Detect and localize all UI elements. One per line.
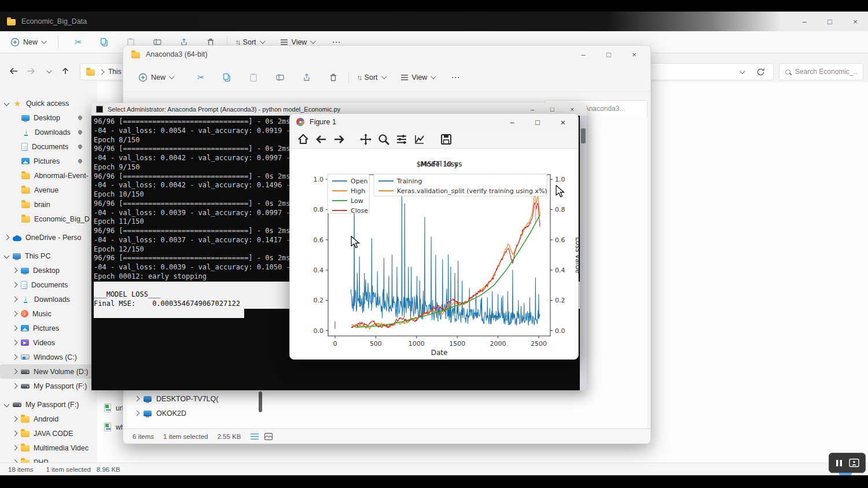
sidebar-item-java-code[interactable]: JAVA CODE [0,426,93,441]
search-box[interactable]: Search Economic_... [779,63,863,80]
copy-button[interactable] [100,38,109,47]
sidebar-item-brain[interactable]: brain [0,197,93,212]
chevron-right-icon[interactable] [12,431,18,437]
chevron-right-icon[interactable] [12,369,18,375]
chevron-right-icon[interactable] [12,354,18,360]
titlebar[interactable]: Anaconda3 (64-bit) – □ × [123,46,650,63]
minimize-button[interactable]: – [499,113,525,131]
tree-item-okok2d[interactable]: OKOK2D [135,406,186,420]
sidebar-item-avenue[interactable]: Avenue [0,183,93,197]
rename-button[interactable] [275,73,285,82]
zoom-button[interactable] [377,133,390,146]
close-button[interactable]: × [621,46,647,63]
sidebar-item-windows-c[interactable]: Windows (C:) [0,350,93,364]
chevron-right-icon[interactable] [12,282,18,288]
sidebar-item-android[interactable]: Android [0,412,93,426]
pan-button[interactable] [359,133,372,146]
chevron-right-icon[interactable] [12,416,18,422]
maximize-button[interactable]: □ [525,113,550,131]
sort-button[interactable]: Sort [357,73,385,82]
close-button[interactable]: × [843,13,868,30]
sidebar-item-downloads[interactable]: Downloads [0,292,93,306]
minimize-button[interactable]: – [792,13,817,30]
sidebar-item-my-passport-f[interactable]: My Passport (F:) [0,379,93,393]
sidebar-item-quick-access[interactable]: Quick access [0,96,93,110]
maximize-button[interactable]: □ [817,13,843,30]
chevron-down-icon[interactable] [4,402,10,408]
forward-button[interactable] [333,133,345,146]
chevron-right-icon[interactable] [12,297,18,302]
pin-icon [78,115,83,121]
up-button[interactable] [57,66,74,76]
new-button[interactable]: New [138,73,173,82]
sidebar-item-multimedia-videc[interactable]: Multimedia Videc [0,441,93,455]
sidebar-item-php[interactable]: PHP [0,455,93,463]
back-button[interactable] [315,133,328,146]
sidebar-item-pictures[interactable]: Pictures [0,154,93,168]
sidebar-item-desktop[interactable]: Desktop [0,110,93,125]
delete-button[interactable] [329,73,338,82]
titlebar[interactable]: Figure 1 – □ × [290,114,578,130]
window-title: Anaconda3 (64-bit) [146,50,207,58]
scrollbar-thumb[interactable] [259,391,262,412]
titlebar[interactable]: Economic_Big_Data – □ × [0,12,868,31]
webcam-overlay-button[interactable] [849,459,859,467]
sidebar-item-pictures[interactable]: Pictures [0,321,93,335]
scrollbar-track[interactable] [580,116,587,390]
maximize-button[interactable]: □ [596,46,621,63]
chevron-right-icon[interactable] [134,411,140,416]
view-button[interactable]: View [400,73,435,82]
file-item-url[interactable]: url [104,404,123,412]
sidebar-item-videos[interactable]: Videos [0,335,93,350]
chevron-right-icon[interactable] [12,311,18,317]
sidebar-item-downloads[interactable]: Downloads [0,125,93,139]
scrollbar-thumb[interactable] [581,128,586,143]
chevron-right-icon[interactable] [12,326,18,331]
sidebar-item-economic-big-da[interactable]: Economic_Big_Da [0,212,93,226]
pause-button[interactable] [835,459,843,467]
chevron-right-icon[interactable] [12,268,18,273]
chevron-right-icon[interactable] [12,445,18,451]
close-button[interactable]: × [550,113,576,131]
sidebar-item-documents[interactable]: Documents [0,278,93,292]
maximize-button[interactable]: □ [550,106,554,113]
copy-button[interactable] [222,73,231,82]
home-button[interactable] [297,133,310,146]
chevron-down-icon[interactable] [4,253,10,259]
forward-button[interactable] [22,66,39,76]
address-dropdown-icon[interactable] [740,68,745,74]
chevron-right-icon[interactable] [4,235,10,241]
chevron-right-icon[interactable] [134,396,140,402]
share-button[interactable] [302,73,311,82]
new-button[interactable]: New [10,38,45,47]
sidebar-item-new-volume-d[interactable]: New Volume (D:) [0,364,93,379]
edit-axes-button[interactable] [413,133,426,146]
sidebar-item-desktop[interactable]: Desktop [0,263,93,278]
recent-locations-button[interactable] [39,69,57,73]
more-options-button[interactable]: ⋯ [451,72,460,83]
sidebar-item-this-pc[interactable]: This PC [0,249,93,263]
loss-price-chart[interactable]: 050010001500200025000.00.00.20.20.40.40.… [290,149,579,360]
minimize-button[interactable]: – [531,106,534,113]
refresh-icon[interactable] [756,68,765,76]
sidebar-item-music[interactable]: Music [0,306,93,321]
chevron-right-icon[interactable] [12,340,18,346]
sidebar-item-onedrive-persona[interactable]: OneDrive - Persona [0,230,93,245]
sidebar-item-documents[interactable]: Documents [0,139,93,154]
chevron-right-icon[interactable] [12,383,18,389]
sidebar-item-abnormal-event[interactable]: Abnormal-Event- [0,168,93,183]
thumbnail-view-toggle[interactable] [264,432,273,441]
close-button[interactable]: × [571,106,574,113]
details-view-toggle[interactable] [250,432,259,441]
file-item-wh[interactable]: wh [104,423,124,431]
cut-button[interactable]: ✂ [197,72,205,83]
tree-item-desktop-tv7lq[interactable]: DESKTOP-TV7LQ( [135,391,218,406]
paste-button[interactable] [249,73,258,82]
cut-button[interactable]: ✂ [75,37,82,47]
sidebar-item-my-passport-f[interactable]: My Passport (F:) [0,397,93,412]
back-button[interactable] [5,66,22,76]
save-button[interactable] [440,133,453,146]
minimize-button[interactable]: – [571,46,596,63]
configure-subplots-button[interactable] [395,133,408,146]
chevron-down-icon[interactable] [4,101,10,106]
